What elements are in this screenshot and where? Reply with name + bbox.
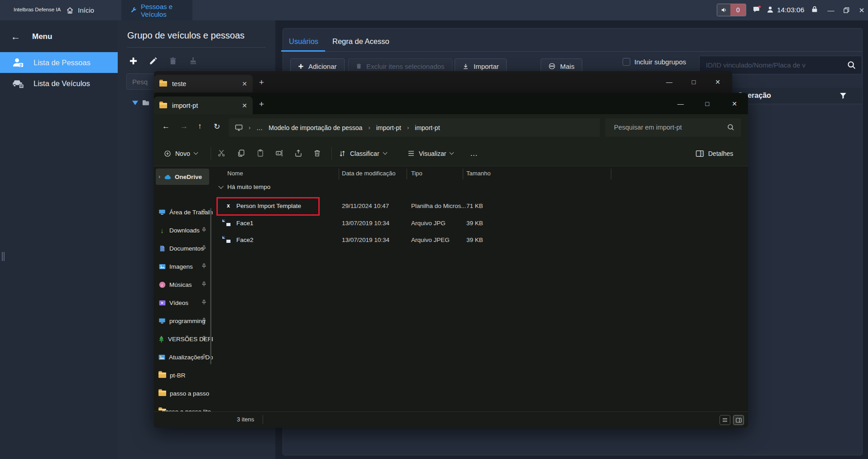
column-tamanho[interactable]: Tamanho	[466, 170, 490, 177]
breadcrumb[interactable]: › … Modelo de importação de pessoa › imp…	[229, 118, 600, 137]
volume-count-badge: 0	[730, 4, 746, 16]
nav-item-label: passo a passo	[170, 390, 209, 397]
sidebar-scrollbar[interactable]	[210, 208, 211, 364]
nav-item-downloads[interactable]: ↓ Downloads	[156, 222, 209, 238]
file-row-face1[interactable]: Face1 13/07/2019 10:34 Arquivo JPG 39 KB	[213, 215, 748, 232]
nav-item-atualizacoes-docs[interactable]: Atualizações Docs	[156, 349, 209, 365]
list-view-toggle[interactable]	[719, 415, 730, 425]
column-nome[interactable]: Nome	[227, 170, 243, 177]
file-modified: 29/11/2024 10:47	[342, 203, 389, 209]
group-panel-title: Grupo de veículos e pessoas	[118, 20, 275, 41]
explorer-search-input[interactable]	[614, 118, 723, 136]
app-restore-button[interactable]	[839, 0, 854, 20]
tab-close-icon[interactable]: ✕	[242, 102, 247, 109]
panel-resize-handle[interactable]	[2, 252, 5, 261]
nav-item-passo-a-passo-lite[interactable]: passo a passo lite	[156, 403, 209, 411]
explorer-tab-teste[interactable]: teste ✕	[154, 75, 253, 92]
refresh-icon[interactable]: ↻	[214, 122, 220, 131]
delete-group-button[interactable]	[169, 57, 177, 65]
share-icon[interactable]	[294, 149, 302, 157]
window-close-button[interactable]: ✕	[707, 71, 728, 92]
window-maximize-button[interactable]: □	[697, 93, 718, 114]
sidebar-item-vehicle-list[interactable]: Lista de Veículos	[0, 73, 118, 94]
breadcrumb-segment[interactable]: Modelo de importação de pessoa	[269, 124, 362, 131]
paste-icon[interactable]	[256, 149, 264, 157]
file-size: 39 KB	[466, 237, 483, 243]
explorer-tab-import-pt[interactable]: import-pt ✕	[154, 97, 253, 114]
tab-home[interactable]: Início	[58, 0, 102, 20]
nav-item-versoes-defense[interactable]: VERSÕES DEFENSE IA	[156, 331, 209, 347]
nav-item-desktop[interactable]: Área de Trabalho	[156, 204, 209, 220]
up-nav-icon[interactable]: ↑	[198, 122, 202, 131]
forward-nav-icon[interactable]: →	[180, 122, 188, 131]
details-button[interactable]: Detalhes	[692, 145, 737, 161]
search-icon[interactable]	[847, 60, 856, 70]
filter-funnel-icon[interactable]	[839, 92, 847, 100]
tab-people-vehicles[interactable]: Pessoas e Veículos	[121, 0, 192, 20]
nav-item-label: pt-BR	[170, 372, 186, 379]
lock-icon[interactable]	[811, 5, 818, 13]
breadcrumb-ellipsis[interactable]: …	[256, 124, 263, 131]
sidebar-item-people-list[interactable]: Lista de Pessoas	[0, 52, 118, 73]
delete-icon[interactable]	[313, 149, 321, 157]
details-view-toggle[interactable]	[733, 415, 744, 425]
nav-item-passo-a-passo[interactable]: passo a passo	[156, 385, 209, 401]
svg-text:♪: ♪	[161, 282, 163, 287]
window-maximize-button[interactable]: □	[683, 71, 704, 92]
file-name: Face2	[236, 237, 254, 243]
column-divider[interactable]	[463, 169, 463, 179]
edit-group-button[interactable]	[149, 57, 158, 65]
view-button[interactable]: Visualizar	[404, 145, 457, 161]
sort-button[interactable]: Classificar	[335, 145, 390, 161]
nav-item-pictures[interactable]: Imagens	[156, 258, 209, 275]
notifications-icon[interactable]	[753, 5, 761, 14]
tab-usuarios[interactable]: Usuários	[289, 37, 318, 46]
cut-icon[interactable]	[217, 149, 225, 157]
nav-item-onedrive[interactable]: › OneDrive	[156, 169, 209, 185]
copy-icon[interactable]	[237, 149, 245, 157]
pin-icon	[201, 354, 206, 359]
new-tab-button[interactable]: +	[259, 99, 264, 109]
volume-indicator[interactable]: 0	[717, 4, 746, 16]
column-data[interactable]: Data de modificação	[342, 170, 396, 177]
include-subgroups-label: Incluir subgrupos	[634, 58, 686, 66]
nav-item-videos[interactable]: Vídeos	[156, 295, 209, 311]
column-divider[interactable]	[611, 169, 611, 179]
breadcrumb-segment[interactable]: import-pt	[415, 124, 440, 131]
see-more-button[interactable]: …	[466, 145, 482, 161]
new-tab-button[interactable]: +	[259, 77, 264, 87]
app-title-bar: Intelbras Defense IA Início Pessoas e Ve…	[0, 0, 868, 20]
window-close-button[interactable]: ✕	[724, 93, 745, 114]
view-button-label: Visualizar	[419, 150, 446, 157]
file-group-header[interactable]: Há muito tempo	[219, 184, 270, 190]
window-minimize-button[interactable]: —	[659, 71, 680, 92]
user-icon[interactable]	[766, 5, 774, 14]
clear-group-button[interactable]	[189, 57, 197, 65]
rename-icon[interactable]: A	[275, 149, 284, 157]
column-divider[interactable]	[339, 169, 339, 179]
sort-button-label: Classificar	[350, 150, 379, 157]
breadcrumb-segment[interactable]: import-pt	[376, 124, 401, 131]
search-icon[interactable]	[727, 123, 735, 131]
app-close-button[interactable]: ✕	[854, 0, 868, 20]
window-minimize-button[interactable]: —	[670, 93, 691, 114]
back-arrow-icon[interactable]: ←	[11, 31, 20, 42]
plus-icon	[298, 63, 304, 69]
tab-close-icon[interactable]: ✕	[242, 80, 247, 87]
file-row-face2[interactable]: Face2 13/07/2019 10:34 Arquivo JPEG 39 K…	[213, 232, 748, 249]
include-subgroups-checkbox[interactable]	[623, 58, 630, 66]
back-nav-icon[interactable]: ←	[162, 122, 170, 131]
nav-item-documents[interactable]: Documentos	[156, 240, 209, 256]
app-minimize-button[interactable]: —	[823, 0, 839, 20]
nav-item-pt-br[interactable]: pt-BR	[156, 367, 209, 383]
tab-regra-de-acesso[interactable]: Regra de Acesso	[332, 37, 389, 46]
new-button[interactable]: Novo	[160, 145, 201, 161]
nav-item-programming[interactable]: programming	[156, 313, 209, 329]
column-tipo[interactable]: Tipo	[411, 170, 422, 177]
add-group-button[interactable]	[129, 57, 138, 65]
menu-title: Menu	[32, 32, 52, 41]
home-icon	[66, 7, 74, 14]
column-divider[interactable]	[407, 169, 407, 179]
nav-item-music[interactable]: ♪ Músicas	[156, 276, 209, 293]
chevron-right-icon[interactable]: ›	[158, 174, 160, 180]
